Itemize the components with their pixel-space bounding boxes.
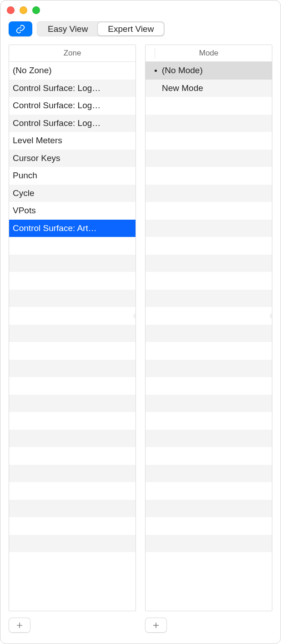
table-row[interactable] <box>146 167 272 185</box>
table-row[interactable] <box>9 412 135 430</box>
zone-list: Zone (No Zone)Control Surface: Log…Contr… <box>9 45 136 611</box>
table-row[interactable] <box>146 465 272 483</box>
table-row[interactable] <box>146 237 272 255</box>
zone-item-label: Control Surface: Log… <box>13 118 133 128</box>
table-row[interactable] <box>146 325 272 342</box>
active-bullet-icon <box>155 70 157 72</box>
table-row[interactable] <box>146 412 272 430</box>
table-row[interactable] <box>9 395 135 413</box>
table-row[interactable] <box>146 307 272 325</box>
minimize-window-button[interactable] <box>20 6 27 14</box>
titlebar <box>0 0 281 20</box>
table-row[interactable] <box>9 482 135 500</box>
table-row[interactable] <box>9 552 135 570</box>
table-row[interactable] <box>9 430 135 448</box>
tab-label: Easy View <box>48 24 88 34</box>
toolbar: Easy View Expert View <box>0 20 281 45</box>
table-row[interactable] <box>146 342 272 360</box>
mode-header-divider <box>155 48 155 59</box>
mode-item-label: New Mode <box>162 83 269 93</box>
table-row[interactable] <box>9 465 135 483</box>
zone-item-label: VPots <box>13 206 133 216</box>
table-row[interactable] <box>146 290 272 307</box>
mode-list-header[interactable]: Mode <box>146 45 272 62</box>
zone-item-label: Punch <box>13 171 133 181</box>
table-row[interactable]: Control Surface: Art… <box>9 220 135 237</box>
add-zone-button[interactable] <box>9 618 30 633</box>
table-row[interactable]: Punch <box>9 167 135 185</box>
table-row[interactable]: (No Zone) <box>9 62 135 80</box>
zone-header-label: Zone <box>64 49 81 58</box>
mode-header-label: Mode <box>199 49 219 58</box>
table-row[interactable] <box>146 115 272 132</box>
table-row[interactable] <box>9 342 135 360</box>
zoom-window-button[interactable] <box>32 6 40 14</box>
tab-easy-view[interactable]: Easy View <box>38 22 98 35</box>
bullet-column <box>149 70 162 72</box>
link-icon <box>15 24 25 34</box>
footer <box>0 611 281 644</box>
zone-item-label: Cycle <box>13 188 133 198</box>
view-segmented-control: Easy View Expert View <box>37 21 165 36</box>
table-row[interactable]: VPots <box>9 202 135 220</box>
zone-item-label: Level Meters <box>13 136 133 146</box>
table-row[interactable] <box>9 535 135 553</box>
table-row[interactable] <box>146 395 272 413</box>
window: Easy View Expert View Zone (No Zone)Cont… <box>0 0 281 644</box>
add-mode-button[interactable] <box>145 618 167 633</box>
table-row[interactable] <box>146 150 272 167</box>
table-row[interactable] <box>146 535 272 553</box>
table-row[interactable] <box>9 377 135 395</box>
table-row[interactable] <box>146 255 272 272</box>
table-row[interactable] <box>9 237 135 255</box>
tab-expert-view[interactable]: Expert View <box>98 22 164 35</box>
table-row[interactable] <box>146 360 272 377</box>
table-row[interactable] <box>9 517 135 535</box>
table-row[interactable]: Cycle <box>9 185 135 202</box>
mode-list: Mode (No Mode)New Mode <box>145 45 272 611</box>
mode-pane: Mode (No Mode)New Mode <box>145 45 272 611</box>
mode-list-body[interactable]: (No Mode)New Mode <box>146 62 272 611</box>
plus-icon <box>15 621 24 629</box>
table-row[interactable] <box>146 220 272 237</box>
link-button[interactable] <box>9 21 32 36</box>
zone-item-label: Cursor Keys <box>13 153 133 163</box>
table-row[interactable] <box>146 377 272 395</box>
table-row[interactable] <box>9 290 135 307</box>
zone-list-header[interactable]: Zone <box>9 45 135 62</box>
table-row[interactable] <box>9 255 135 272</box>
table-row[interactable] <box>9 307 135 325</box>
table-row[interactable] <box>146 272 272 290</box>
mode-item-label: (No Mode) <box>162 65 269 75</box>
table-row[interactable]: New Mode <box>146 80 272 97</box>
table-row[interactable] <box>9 447 135 465</box>
table-row[interactable] <box>9 500 135 518</box>
zone-item-label: Control Surface: Log… <box>13 83 133 93</box>
zone-pane: Zone (No Zone)Control Surface: Log…Contr… <box>9 45 136 611</box>
table-row[interactable] <box>146 430 272 448</box>
table-row[interactable] <box>9 325 135 342</box>
table-row[interactable] <box>146 482 272 500</box>
table-row[interactable] <box>146 517 272 535</box>
table-row[interactable]: Cursor Keys <box>9 150 135 167</box>
table-row[interactable] <box>146 552 272 570</box>
table-row[interactable] <box>146 500 272 518</box>
table-row[interactable]: Level Meters <box>9 132 135 150</box>
table-row[interactable] <box>146 202 272 220</box>
table-row[interactable] <box>146 447 272 465</box>
table-row[interactable]: Control Surface: Log… <box>9 80 135 97</box>
table-row[interactable]: Control Surface: Log… <box>9 115 135 132</box>
scroll-indicator <box>133 313 136 319</box>
table-row[interactable] <box>9 272 135 290</box>
table-row[interactable] <box>9 360 135 377</box>
zone-item-label: Control Surface: Art… <box>13 223 133 233</box>
table-row[interactable] <box>146 97 272 115</box>
table-row[interactable] <box>146 185 272 202</box>
table-row[interactable] <box>146 132 272 150</box>
table-row[interactable]: Control Surface: Log… <box>9 97 135 115</box>
zone-item-label: (No Zone) <box>13 65 133 75</box>
close-window-button[interactable] <box>7 6 15 14</box>
table-row[interactable]: (No Mode) <box>146 62 272 80</box>
zone-item-label: Control Surface: Log… <box>13 101 133 111</box>
zone-list-body[interactable]: (No Zone)Control Surface: Log…Control Su… <box>9 62 135 611</box>
